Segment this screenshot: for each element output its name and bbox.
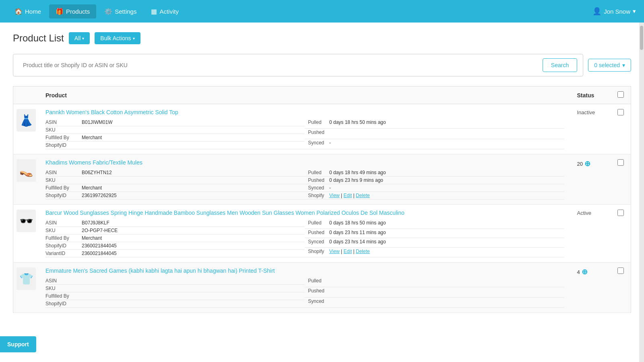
product-checkbox[interactable]	[617, 267, 624, 274]
search-button[interactable]: Search	[543, 58, 577, 72]
detail-value	[82, 277, 305, 285]
detail-row: ASINB07J9J8KLF	[45, 219, 305, 227]
detail-label: Pulled	[305, 169, 329, 177]
detail-value: 0 days 23 hrs 9 mins ago	[329, 177, 564, 184]
product-right-details: PulledPushedSynced	[305, 277, 564, 308]
product-status-cell: Active	[571, 205, 611, 263]
shopify-view-link[interactable]: View	[329, 249, 340, 254]
product-left-details: ASINB01JIWM01WSKUFulfilled ByMerchantSho…	[45, 119, 305, 149]
nav-settings[interactable]: ⚙️ Settings	[98, 4, 143, 19]
detail-value: B07J9J8KLF	[82, 219, 305, 227]
activity-icon: ▦	[151, 8, 157, 15]
user-caret-icon: ▾	[633, 8, 636, 15]
shopify-delete-link[interactable]: Delete	[356, 193, 370, 198]
shopify-edit-link[interactable]: Edit	[344, 193, 352, 198]
product-right-details: Pulled0 days 18 hrs 49 mins agoPushed0 d…	[305, 169, 564, 200]
selected-caret-icon: ▾	[622, 62, 625, 68]
detail-row: ASIN	[45, 277, 305, 285]
product-checkbox-cell	[611, 205, 631, 263]
detail-row: Pushed0 days 23 hrs 9 mins ago	[305, 177, 564, 184]
detail-row: Synced0 days 23 hrs 14 mins ago	[305, 238, 564, 248]
status-count: 4⊕	[577, 267, 605, 276]
detail-value	[82, 285, 305, 292]
count-value: 20	[577, 161, 583, 167]
detail-label: Pulled	[305, 119, 329, 129]
product-title[interactable]: Khadims Womens Fabric/Textile Mules	[45, 159, 564, 166]
status-count: 20⊕	[577, 159, 605, 168]
product-image: 🕶️	[17, 210, 36, 232]
detail-label: ShopifyID	[45, 242, 82, 250]
bulk-actions-button[interactable]: Bulk Actions ▾	[95, 32, 140, 44]
selected-button[interactable]: 0 selected ▾	[588, 59, 631, 72]
home-icon: 🏠	[14, 8, 23, 15]
product-right-details: Pulled0 days 18 hrs 50 mins agoPushedSyn…	[305, 119, 564, 149]
product-checkbox[interactable]	[617, 210, 624, 216]
product-title[interactable]: Emmature Men's Sacred Games (kabhi kabhi…	[45, 267, 564, 274]
shopify-edit-link[interactable]: Edit	[344, 249, 352, 254]
count-value: 4	[577, 269, 580, 275]
nav-activity-label: Activity	[159, 8, 179, 15]
detail-row: Pulled	[305, 277, 564, 287]
detail-value	[82, 292, 305, 300]
product-checkbox[interactable]	[617, 159, 624, 166]
detail-label: Shopify	[305, 248, 329, 257]
support-button[interactable]: Support	[0, 336, 36, 352]
settings-icon: ⚙️	[104, 8, 112, 15]
detail-row: ShopifyView | Edit | Delete	[305, 192, 564, 200]
product-left-details: ASINB07J9J8KLFSKU2O-PGP7-HECEFulfilled B…	[45, 219, 305, 257]
scrollbar-thumb[interactable]	[640, 26, 643, 50]
detail-row: Fulfilled By	[45, 292, 305, 300]
user-name: Jon Snow	[604, 8, 630, 15]
detail-row: Fulfilled ByMerchant	[45, 134, 305, 142]
detail-label: Fulfilled By	[45, 292, 82, 300]
nav-home[interactable]: 🏠 Home	[8, 4, 47, 19]
nav-products-label: Products	[66, 8, 90, 15]
table-row: 👡Khadims Womens Fabric/Textile MulesASIN…	[13, 154, 631, 205]
detail-value	[329, 287, 564, 297]
col-header-product: Product	[39, 86, 571, 104]
detail-row: VariantID2360021844045	[45, 250, 305, 257]
detail-row: Pulled0 days 18 hrs 50 mins ago	[305, 219, 564, 228]
detail-label: Pulled	[305, 219, 329, 228]
product-checkbox[interactable]	[617, 109, 624, 115]
detail-value: 0 days 18 hrs 50 mins ago	[329, 119, 564, 129]
detail-row: Pushed0 days 23 hrs 11 mins ago	[305, 228, 564, 238]
all-button[interactable]: All ▾	[69, 32, 90, 44]
detail-row: Synced	[305, 297, 564, 307]
detail-value: 0 days 18 hrs 49 mins ago	[329, 169, 564, 177]
product-left-details: ASINB06ZYHTN12SKUFulfilled ByMerchantSho…	[45, 169, 305, 200]
select-all-checkbox[interactable]	[617, 91, 624, 98]
detail-value: 2361997262925	[82, 192, 305, 200]
bulk-caret-icon: ▾	[133, 36, 135, 41]
detail-row: ShopifyID	[45, 142, 305, 149]
detail-label: Pulled	[305, 277, 329, 287]
detail-value	[82, 142, 305, 149]
search-input[interactable]	[18, 59, 542, 72]
detail-row: ShopifyID2360021844045	[45, 242, 305, 250]
detail-row: Synced-	[305, 184, 564, 192]
detail-value: 2360021844045	[82, 242, 305, 250]
product-status-cell: Inactive	[571, 104, 611, 154]
navbar: 🏠 Home 🎁 Products ⚙️ Settings ▦ Activity…	[0, 0, 644, 23]
count-plus-icon[interactable]: ⊕	[582, 267, 588, 276]
detail-row: Pulled0 days 18 hrs 49 mins ago	[305, 169, 564, 177]
detail-row: SKU2O-PGP7-HECE	[45, 227, 305, 234]
nav-products[interactable]: 🎁 Products	[49, 4, 96, 19]
detail-label: Pushed	[305, 228, 329, 238]
detail-value: B06ZYHTN12	[82, 169, 305, 177]
table-row: 👕Emmature Men's Sacred Games (kabhi kabh…	[13, 263, 631, 313]
product-image: 👗	[17, 109, 36, 132]
product-title[interactable]: Pannkh Women's Black Cotton Asymmetric S…	[45, 109, 564, 115]
all-caret-icon: ▾	[82, 36, 84, 41]
shopify-view-link[interactable]: View	[329, 193, 340, 198]
detail-row: ShopifyID	[45, 300, 305, 308]
product-right-details: Pulled0 days 18 hrs 50 mins agoPushed0 d…	[305, 219, 564, 257]
nav-activity[interactable]: ▦ Activity	[144, 4, 185, 19]
detail-value: View | Edit | Delete	[329, 192, 564, 200]
shopify-delete-link[interactable]: Delete	[356, 249, 370, 254]
detail-value	[82, 126, 305, 134]
user-menu[interactable]: 👤 Jon Snow ▾	[592, 7, 636, 16]
count-plus-icon[interactable]: ⊕	[584, 159, 590, 168]
product-title[interactable]: Barcur Wood Sunglasses Spring Hinge Hand…	[45, 210, 564, 216]
detail-label: Shopify	[305, 192, 329, 200]
